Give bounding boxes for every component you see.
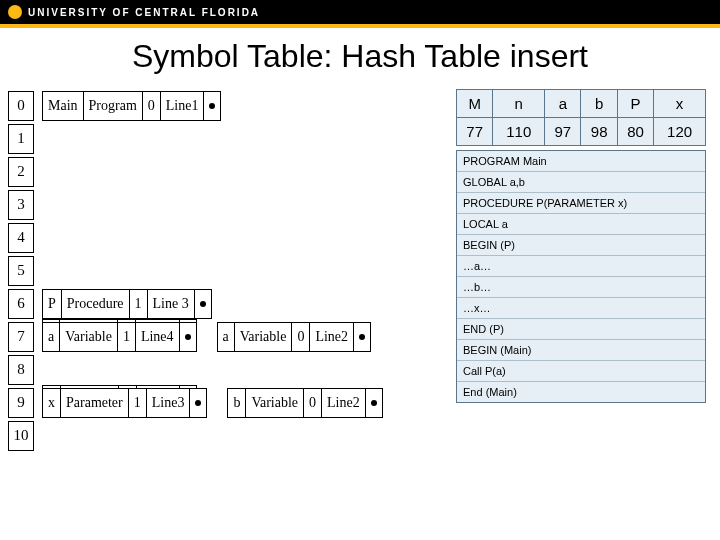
node-field: a [43,323,60,351]
page-title: Symbol Table: Hash Table insert [0,38,720,75]
node-field: Program [84,92,143,120]
main-content: 0 Main Program 0 Line1 1 2 3 4 5 6 P Pro… [0,89,720,452]
index-cell: 2 [8,157,34,187]
code-line: GLOBAL a,b [457,172,705,193]
pointer-cell [195,290,211,318]
dot-icon [200,301,206,307]
node-field: Variable [60,323,118,351]
node-a-front: a Variable 1 Line4 [42,322,197,352]
index-cell: 1 [8,124,34,154]
node-field: b [228,389,246,417]
index-cell: 3 [8,190,34,220]
code-line: BEGIN (Main) [457,340,705,361]
code-line: BEGIN (P) [457,235,705,256]
table-row: M n a b P x [457,90,706,118]
right-column: M n a b P x 77 110 97 98 80 120 PROGRAM … [456,89,706,403]
pointer-cell [366,389,382,417]
hash-header: b [581,90,617,118]
index-cell: 10 [8,421,34,451]
node-field: Line2 [310,323,354,351]
node-field: Line4 [136,323,180,351]
pointer-cell [180,323,196,351]
index-cell: 4 [8,223,34,253]
hash-header: M [457,90,493,118]
code-line: …b… [457,277,705,298]
node-p: P Procedure 1 Line 3 [42,289,212,319]
hash-value: 80 [617,118,653,146]
code-line: PROCEDURE P(PARAMETER x) [457,193,705,214]
node-field: 0 [292,323,310,351]
hash-value: 120 [654,118,706,146]
node-field: 1 [129,389,147,417]
code-line: PROGRAM Main [457,151,705,172]
hash-row-10: 10 [8,419,720,452]
node-field: Variable [246,389,304,417]
node-main: Main Program 0 Line1 [42,91,221,121]
university-name: UNIVERSITY OF CENTRAL FLORIDA [28,7,260,18]
hash-header: P [617,90,653,118]
code-line: END (P) [457,319,705,340]
node-field: a [218,323,235,351]
index-cell: 5 [8,256,34,286]
node-field: Variable [235,323,293,351]
code-line: Call P(a) [457,361,705,382]
hash-value: 77 [457,118,493,146]
node-field: x [43,389,61,417]
hash-header: n [493,90,545,118]
dot-icon [209,103,215,109]
index-cell: 8 [8,355,34,385]
table-row: 77 110 97 98 80 120 [457,118,706,146]
index-cell: 7 [8,322,34,352]
accent-bar [0,24,720,28]
node-a2: a Variable 0 Line2 [217,322,372,352]
index-cell: 6 [8,289,34,319]
hash-header: x [654,90,706,118]
code-line: …x… [457,298,705,319]
node-b2: b Variable 0 Line2 [227,388,382,418]
index-cell: 9 [8,388,34,418]
header-bar: UNIVERSITY OF CENTRAL FLORIDA [0,0,720,24]
dot-icon [195,400,201,406]
node-field: Line1 [161,92,205,120]
node-field: Parameter [61,389,129,417]
pointer-cell [190,389,206,417]
pointer-cell [354,323,370,351]
code-listing: PROGRAM Main GLOBAL a,b PROCEDURE P(PARA… [456,150,706,403]
hash-value: 97 [545,118,581,146]
node-field: 0 [304,389,322,417]
hash-header: a [545,90,581,118]
hash-value-table: M n a b P x 77 110 97 98 80 120 [456,89,706,146]
node-x-front: x Parameter 1 Line3 [42,388,207,418]
node-field: 1 [118,323,136,351]
pointer-cell [204,92,220,120]
node-field: Line3 [147,389,191,417]
code-line: End (Main) [457,382,705,402]
node-field: Line 3 [148,290,195,318]
dot-icon [185,334,191,340]
node-field: Main [43,92,84,120]
ucf-logo-icon [8,5,22,19]
hash-value: 98 [581,118,617,146]
node-field: 0 [143,92,161,120]
dot-icon [359,334,365,340]
index-cell: 0 [8,91,34,121]
node-field: 1 [130,290,148,318]
dot-icon [371,400,377,406]
node-field: Line2 [322,389,366,417]
code-line: …a… [457,256,705,277]
node-field: P [43,290,62,318]
code-line: LOCAL a [457,214,705,235]
node-field: Procedure [62,290,130,318]
hash-value: 110 [493,118,545,146]
